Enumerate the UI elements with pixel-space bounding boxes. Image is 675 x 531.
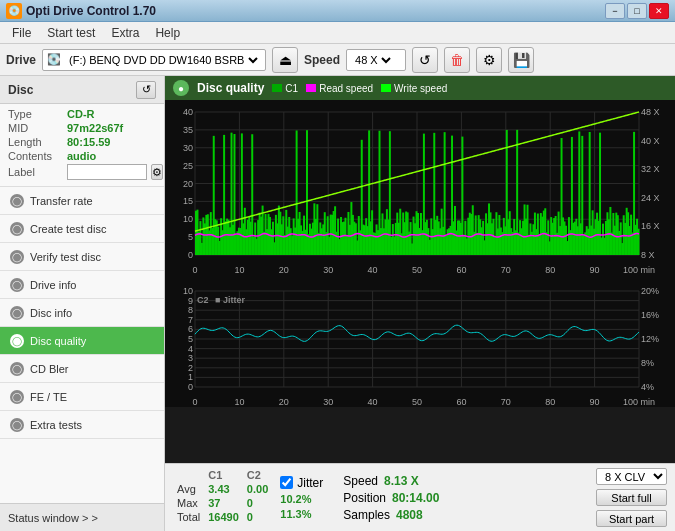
menu-start-test[interactable]: Start test [39, 24, 103, 42]
legend-c1: C1 [272, 83, 298, 94]
disc-length-value: 80:15.59 [67, 136, 110, 148]
jitter-max-val: 11.3% [280, 508, 323, 520]
verify-test-disc-icon: ◯ [10, 250, 24, 264]
refresh-button[interactable]: ↺ [412, 47, 438, 73]
start-part-button[interactable]: Start part [596, 510, 667, 527]
sidebar-item-cd-bler[interactable]: ◯ CD Bler [0, 355, 164, 383]
stats-header-c2: C2 [243, 468, 272, 482]
verify-test-disc-label: Verify test disc [30, 251, 101, 263]
menu-file[interactable]: File [4, 24, 39, 42]
legend-write-speed: Write speed [381, 83, 447, 94]
disc-refresh-button[interactable]: ↺ [136, 81, 156, 99]
left-panel: Disc ↺ Type CD-R MID 97m22s67f Length 80… [0, 76, 165, 531]
disc-type-label: Type [8, 108, 63, 120]
disc-info: Type CD-R MID 97m22s67f Length 80:15.59 … [0, 104, 164, 187]
stats-total-c2: 0 [243, 510, 272, 524]
legend-read-speed-color [306, 84, 316, 92]
drive-label: Drive [6, 53, 36, 67]
disc-type-value: CD-R [67, 108, 95, 120]
samples-label: Samples [343, 508, 390, 522]
menu-help[interactable]: Help [147, 24, 188, 42]
right-panel: ● Disc quality C1 Read speed Write speed [165, 76, 675, 531]
stats-max-label: Max [173, 496, 204, 510]
settings-button[interactable]: ⚙ [476, 47, 502, 73]
sidebar-item-disc-quality[interactable]: ◯ Disc quality [0, 327, 164, 355]
sidebar-item-fe-te[interactable]: ◯ FE / TE [0, 383, 164, 411]
speed-label-stat: Speed [343, 474, 378, 488]
legend-write-speed-label: Write speed [394, 83, 447, 94]
status-window-toggle[interactable]: Status window > > [0, 503, 164, 531]
menu-extra[interactable]: Extra [103, 24, 147, 42]
drive-select[interactable]: (F:) BENQ DVD DD DW1640 BSRB [65, 53, 261, 67]
save-button[interactable]: 💾 [508, 47, 534, 73]
speed-select[interactable]: 48 X [351, 53, 394, 67]
nav-items: ◯ Transfer rate ◯ Create test disc ◯ Ver… [0, 187, 164, 439]
speed-selector[interactable]: 48 X [346, 49, 406, 71]
extra-tests-icon: ◯ [10, 418, 24, 432]
stats-avg-label: Avg [173, 482, 204, 496]
speed-value-stat: 8.13 X [384, 474, 419, 488]
main-layout: Disc ↺ Type CD-R MID 97m22s67f Length 80… [0, 76, 675, 531]
menu-bar: File Start test Extra Help [0, 22, 675, 44]
stats-bar: C1 C2 Avg 3.43 0.00 Max 37 0 Total [165, 463, 675, 531]
disc-quality-icon: ◯ [10, 334, 24, 348]
sidebar-item-verify-test-disc[interactable]: ◯ Verify test disc [0, 243, 164, 271]
samples-row: Samples 4808 [343, 508, 439, 522]
disc-label-settings-button[interactable]: ⚙ [151, 164, 163, 180]
erase-button[interactable]: 🗑 [444, 47, 470, 73]
chart-icon: ● [173, 80, 189, 96]
sidebar-item-extra-tests[interactable]: ◯ Extra tests [0, 411, 164, 439]
disc-length-label: Length [8, 136, 63, 148]
chart-header: ● Disc quality C1 Read speed Write speed [165, 76, 675, 100]
eject-button[interactable]: ⏏ [272, 47, 298, 73]
stats-avg-c2: 0.00 [243, 482, 272, 496]
jitter-checkbox-row: Jitter [280, 476, 323, 490]
legend-c1-color [272, 84, 282, 92]
sidebar-item-create-test-disc[interactable]: ◯ Create test disc [0, 215, 164, 243]
drive-info-label: Drive info [30, 279, 76, 291]
fe-te-icon: ◯ [10, 390, 24, 404]
start-full-button[interactable]: Start full [596, 489, 667, 506]
disc-header-text: Disc [8, 83, 33, 97]
stats-max-c2: 0 [243, 496, 272, 510]
stats-avg-c1: 3.43 [204, 482, 243, 496]
drive-bar: Drive 💽 (F:) BENQ DVD DD DW1640 BSRB ⏏ S… [0, 44, 675, 76]
speed-stats: Speed 8.13 X Position 80:14.00 Samples 4… [343, 468, 439, 527]
create-test-disc-label: Create test disc [30, 223, 106, 235]
sidebar-item-drive-info[interactable]: ◯ Drive info [0, 271, 164, 299]
disc-label-row: Label ⚙ [8, 164, 156, 180]
chart-bottom-canvas [165, 275, 675, 407]
disc-header: Disc ↺ [0, 76, 164, 104]
disc-label-label: Label [8, 166, 63, 178]
stats-table: C1 C2 Avg 3.43 0.00 Max 37 0 Total [173, 468, 272, 527]
right-controls: 8 X CLV Start full Start part [596, 468, 667, 527]
jitter-label: Jitter [297, 476, 323, 490]
jitter-stats: Jitter 10.2% 11.3% [280, 468, 323, 527]
transfer-rate-label: Transfer rate [30, 195, 93, 207]
disc-mid-value: 97m22s67f [67, 122, 123, 134]
fe-te-label: FE / TE [30, 391, 67, 403]
app-title: Opti Drive Control 1.70 [26, 4, 156, 18]
jitter-checkbox[interactable] [280, 476, 293, 489]
samples-value: 4808 [396, 508, 423, 522]
disc-label-input[interactable] [67, 164, 147, 180]
minimize-button[interactable]: − [605, 3, 625, 19]
title-bar: 💿 Opti Drive Control 1.70 − □ ✕ [0, 0, 675, 22]
maximize-button[interactable]: □ [627, 3, 647, 19]
disc-length-row: Length 80:15.59 [8, 136, 156, 148]
sidebar-item-disc-info[interactable]: ◯ Disc info [0, 299, 164, 327]
disc-info-icon: ◯ [10, 306, 24, 320]
legend-write-speed-color [381, 84, 391, 92]
stats-header-empty [173, 468, 204, 482]
drive-selector[interactable]: 💽 (F:) BENQ DVD DD DW1640 BSRB [42, 49, 266, 71]
speed-row: Speed 8.13 X [343, 474, 439, 488]
drive-info-icon: ◯ [10, 278, 24, 292]
sidebar-item-transfer-rate[interactable]: ◯ Transfer rate [0, 187, 164, 215]
drive-icon: 💽 [47, 53, 61, 66]
chart-title: Disc quality [197, 81, 264, 95]
legend-read-speed-label: Read speed [319, 83, 373, 94]
close-button[interactable]: ✕ [649, 3, 669, 19]
disc-contents-row: Contents audio [8, 150, 156, 162]
chart-top-canvas [165, 100, 675, 275]
clv-dropdown[interactable]: 8 X CLV [596, 468, 667, 485]
